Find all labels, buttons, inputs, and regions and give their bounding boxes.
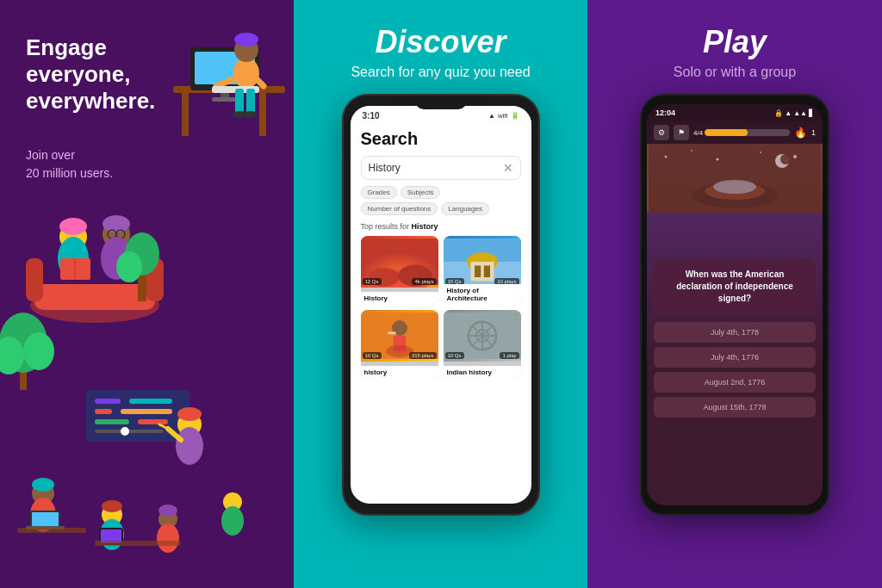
chip-grades[interactable]: Grades bbox=[361, 186, 397, 199]
answer-option-4[interactable]: August 15th, 1778 bbox=[654, 397, 816, 418]
progress-container: 4/4 bbox=[693, 129, 790, 137]
svg-point-100 bbox=[717, 158, 719, 161]
svg-rect-80 bbox=[475, 266, 481, 278]
panel-middle: Discover Search for any quiz you need 3:… bbox=[294, 0, 587, 588]
phone-screen: 3:10 ▲ wifi 🔋 Search History ✕ Grades Su… bbox=[351, 106, 531, 504]
middle-panel-subtitle: Search for any quiz you need bbox=[351, 65, 530, 80]
search-clear-icon[interactable]: ✕ bbox=[503, 161, 513, 175]
search-input-value: History bbox=[369, 162, 503, 174]
phone-notch bbox=[415, 96, 467, 109]
result-card-hist2[interactable]: 10 Qs 315 plays history bbox=[361, 310, 438, 379]
result-card-indian[interactable]: 10 Qs 1 play Indian history bbox=[444, 310, 521, 379]
game-toolbar: ⚙ ⚑ 4/4 🔥 1 bbox=[647, 121, 823, 144]
results-label: Top results for History bbox=[361, 222, 521, 231]
chip-questions[interactable]: Number of questions bbox=[361, 202, 438, 215]
svg-point-99 bbox=[691, 150, 693, 152]
game-time: 12:04 bbox=[655, 108, 675, 117]
svg-rect-13 bbox=[235, 89, 244, 115]
answer-option-2[interactable]: July 4th, 1776 bbox=[654, 347, 816, 368]
svg-point-50 bbox=[177, 407, 202, 421]
svg-rect-46 bbox=[138, 419, 168, 424]
middle-phone-mockup: 3:10 ▲ wifi 🔋 Search History ✕ Grades Su… bbox=[342, 94, 540, 516]
card-indian-qs: 10 Qs bbox=[445, 352, 464, 359]
search-input-box[interactable]: History ✕ bbox=[361, 156, 521, 180]
question-text: When was the American declaration of ind… bbox=[662, 269, 807, 305]
signal-icon: ▲ bbox=[785, 109, 792, 117]
card-hist2-label: history bbox=[361, 366, 438, 379]
answer-3-text: August 2nd, 1776 bbox=[705, 378, 766, 387]
svg-rect-41 bbox=[95, 399, 121, 404]
signal-icon: ▲ bbox=[488, 112, 495, 120]
card-history-label: History bbox=[361, 292, 438, 305]
svg-rect-45 bbox=[95, 419, 129, 424]
plant-decoration bbox=[0, 295, 56, 390]
game-background-visual bbox=[647, 144, 823, 213]
svg-rect-2 bbox=[259, 93, 266, 136]
card-hist2-plays: 315 plays bbox=[409, 352, 437, 359]
phone-time: 3:10 bbox=[363, 111, 380, 121]
flag-icon[interactable]: ⚑ bbox=[674, 125, 689, 140]
svg-point-101 bbox=[760, 152, 761, 153]
person-desk-illustration bbox=[165, 0, 294, 138]
progress-fill bbox=[705, 129, 747, 136]
svg-rect-58 bbox=[32, 512, 59, 526]
svg-rect-1 bbox=[182, 93, 189, 136]
card-indian-image: 10 Qs 1 play bbox=[444, 310, 521, 362]
svg-point-55 bbox=[32, 478, 54, 492]
progress-text: 4/4 bbox=[693, 129, 703, 137]
answer-2-text: July 4th, 1776 bbox=[711, 353, 759, 362]
fire-count: 1 bbox=[811, 128, 816, 137]
phone-status-icons: ▲ wifi 🔋 bbox=[488, 112, 519, 120]
svg-point-51 bbox=[176, 427, 203, 465]
right-panel-title: Play bbox=[703, 24, 767, 60]
svg-point-7 bbox=[233, 58, 259, 89]
svg-point-16 bbox=[244, 111, 258, 118]
results-keyword: History bbox=[412, 222, 438, 231]
card-history-plays: 4k plays bbox=[412, 278, 436, 285]
svg-rect-85 bbox=[388, 332, 395, 335]
right-phone-screen: 12:04 🔒 ▲ ▲▲ ▋ ⚙ ⚑ 4/4 🔥 bbox=[647, 104, 823, 505]
middle-panel-title: Discover bbox=[375, 24, 506, 60]
card-history-qs: 12 Qs bbox=[363, 278, 382, 285]
lock-icon: 🔒 bbox=[774, 109, 783, 117]
search-screen: Search History ✕ Grades Subjects Number … bbox=[351, 122, 531, 504]
svg-point-39 bbox=[23, 332, 54, 370]
svg-rect-81 bbox=[483, 266, 489, 278]
card-hist2-qs: 10 Qs bbox=[363, 352, 382, 359]
svg-rect-43 bbox=[95, 409, 112, 414]
game-bg-area: When was the American declaration of ind… bbox=[647, 144, 823, 505]
battery-icon: 🔋 bbox=[511, 112, 519, 120]
wifi-icon: ▲▲ bbox=[793, 109, 807, 117]
card-indian-plays: 1 play bbox=[500, 352, 519, 359]
answer-1-text: July 4th, 1778 bbox=[711, 328, 759, 337]
fire-icon: 🔥 bbox=[794, 127, 807, 139]
answer-option-3[interactable]: August 2nd, 1776 bbox=[654, 372, 816, 393]
svg-rect-71 bbox=[95, 541, 181, 546]
svg-point-22 bbox=[59, 218, 87, 235]
svg-point-69 bbox=[221, 506, 244, 535]
svg-point-66 bbox=[158, 504, 177, 517]
filter-chips: Grades Subjects Number of questions Lang… bbox=[361, 186, 521, 215]
result-card-architecture[interactable]: 15 Qs 10 plays History of Architecture bbox=[444, 236, 521, 305]
headline-text: Engage everyone, everywhere. bbox=[26, 34, 155, 114]
results-grid: 12 Qs 4k plays History bbox=[361, 236, 521, 379]
panel-left: Engage everyone, everywhere. Join over20… bbox=[0, 0, 294, 588]
card-indian-label: Indian history bbox=[444, 366, 521, 379]
card-arch-label: History of Architecture bbox=[444, 284, 521, 305]
svg-point-104 bbox=[780, 154, 791, 164]
answer-option-1[interactable]: July 4th, 1778 bbox=[654, 322, 816, 343]
svg-rect-44 bbox=[121, 409, 172, 414]
chip-subjects[interactable]: Subjects bbox=[401, 186, 441, 199]
game-status-bar: 12:04 🔒 ▲ ▲▲ ▋ bbox=[647, 104, 823, 121]
svg-rect-79 bbox=[470, 262, 494, 282]
answer-options: July 4th, 1778 July 4th, 1776 August 2nd… bbox=[654, 322, 816, 418]
result-card-history[interactable]: 12 Qs 4k plays History bbox=[361, 236, 438, 305]
right-phone-mockup: 12:04 🔒 ▲ ▲▲ ▋ ⚙ ⚑ 4/4 🔥 bbox=[640, 94, 829, 516]
chip-languages[interactable]: Languages bbox=[441, 202, 489, 215]
svg-point-9 bbox=[234, 33, 258, 46]
svg-rect-14 bbox=[246, 89, 255, 115]
svg-rect-70 bbox=[17, 528, 86, 533]
question-card: When was the American declaration of ind… bbox=[654, 258, 816, 315]
settings-icon[interactable]: ⚙ bbox=[654, 125, 669, 140]
battery-icon: ▋ bbox=[809, 109, 814, 117]
